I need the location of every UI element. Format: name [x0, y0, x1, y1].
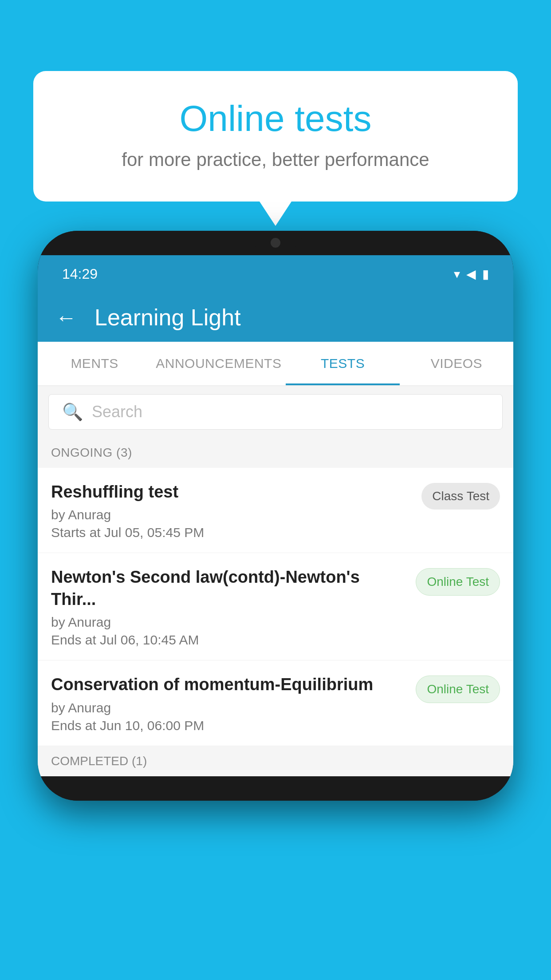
wifi-icon: ▾: [454, 267, 460, 281]
test-by: by Anurag: [51, 700, 407, 715]
tab-announcements[interactable]: ANNOUNCEMENTS: [151, 342, 286, 385]
phone-container: 14:29 ▾ ◀ ▮ ← Learning Light MENTS ANNOU…: [38, 231, 513, 980]
ongoing-section-header: ONGOING (3): [38, 438, 513, 468]
test-badge-class: Class Test: [421, 483, 500, 510]
test-by: by Anurag: [51, 615, 407, 630]
bubble-title: Online tests: [69, 98, 482, 139]
back-button[interactable]: ←: [55, 305, 77, 330]
test-item[interactable]: Conservation of momentum-Equilibrium by …: [38, 660, 513, 746]
test-info: Newton's Second law(contd)-Newton's Thir…: [51, 566, 407, 648]
test-item[interactable]: Newton's Second law(contd)-Newton's Thir…: [38, 553, 513, 660]
signal-icon: ◀: [466, 267, 476, 281]
test-list: Reshuffling test by Anurag Starts at Jul…: [38, 468, 513, 746]
tab-videos[interactable]: VIDEOS: [400, 342, 513, 385]
test-info: Reshuffling test by Anurag Starts at Jul…: [51, 481, 413, 540]
phone-top-border: [38, 231, 513, 255]
speech-bubble-container: Online tests for more practice, better p…: [33, 71, 518, 202]
tabs-container: MENTS ANNOUNCEMENTS TESTS VIDEOS: [38, 342, 513, 386]
search-container: 🔍 Search: [38, 386, 513, 438]
test-info: Conservation of momentum-Equilibrium by …: [51, 674, 407, 733]
test-by: by Anurag: [51, 507, 413, 522]
status-time: 14:29: [62, 266, 98, 282]
status-bar: 14:29 ▾ ◀ ▮: [38, 255, 513, 293]
test-time: Ends at Jul 06, 10:45 AM: [51, 632, 407, 648]
tab-ments[interactable]: MENTS: [38, 342, 151, 385]
phone-bottom-bar: [38, 776, 513, 801]
test-badge-online: Online Test: [416, 676, 500, 703]
search-icon: 🔍: [62, 402, 83, 422]
phone-screen: MENTS ANNOUNCEMENTS TESTS VIDEOS 🔍 Searc…: [38, 342, 513, 776]
bubble-subtitle: for more practice, better performance: [69, 149, 482, 170]
test-time: Starts at Jul 05, 05:45 PM: [51, 525, 413, 540]
phone: 14:29 ▾ ◀ ▮ ← Learning Light MENTS ANNOU…: [38, 231, 513, 801]
battery-icon: ▮: [482, 267, 489, 281]
status-icons: ▾ ◀ ▮: [454, 267, 489, 281]
test-item[interactable]: Reshuffling test by Anurag Starts at Jul…: [38, 468, 513, 553]
search-placeholder: Search: [92, 403, 142, 421]
notch: [249, 231, 302, 249]
test-name: Newton's Second law(contd)-Newton's Thir…: [51, 566, 407, 610]
test-time: Ends at Jun 10, 06:00 PM: [51, 718, 407, 733]
app-title: Learning Light: [94, 304, 241, 331]
test-name: Reshuffling test: [51, 481, 413, 503]
app-bar: ← Learning Light: [38, 293, 513, 342]
test-badge-online: Online Test: [416, 568, 500, 596]
test-name: Conservation of momentum-Equilibrium: [51, 674, 407, 695]
speech-bubble: Online tests for more practice, better p…: [33, 71, 518, 202]
tab-tests[interactable]: TESTS: [286, 342, 399, 385]
completed-section-header: COMPLETED (1): [38, 746, 513, 776]
search-bar[interactable]: 🔍 Search: [48, 394, 503, 430]
camera-dot: [271, 238, 280, 248]
